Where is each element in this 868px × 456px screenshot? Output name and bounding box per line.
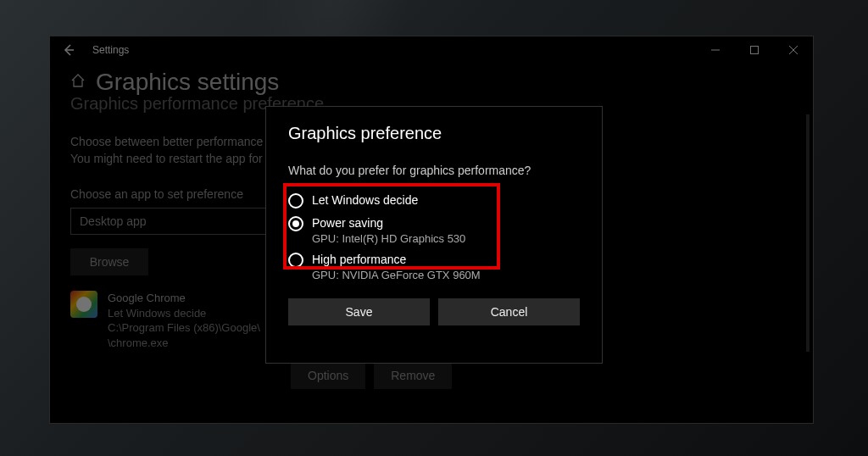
cancel-button[interactable]: Cancel (438, 298, 580, 325)
chrome-icon (70, 291, 97, 318)
radio-sublabel: GPU: NVIDIA GeForce GTX 960M (312, 269, 481, 281)
back-arrow-icon (62, 43, 75, 57)
radio-label: High performance (312, 252, 481, 267)
back-button[interactable] (50, 36, 87, 64)
app-pref: Let Windows decide (108, 306, 260, 321)
app-name: Google Chrome (108, 291, 260, 306)
options-button[interactable]: Options (291, 362, 365, 389)
svg-rect-0 (751, 47, 759, 54)
radio-power-saving[interactable]: Power saving GPU: Intel(R) HD Graphics 5… (288, 210, 580, 247)
minimize-icon (711, 46, 720, 54)
maximize-icon (750, 46, 759, 54)
radio-label: Let Windows decide (312, 192, 418, 208)
close-icon (789, 46, 798, 54)
scrollbar[interactable] (806, 114, 810, 352)
radio-sublabel: GPU: Intel(R) HD Graphics 530 (312, 232, 465, 245)
radio-group: Let Windows decide Power saving GPU: Int… (288, 187, 580, 283)
app-path2: \chrome.exe (108, 336, 260, 351)
radio-label: Power saving (312, 215, 465, 231)
maximize-button[interactable] (735, 36, 774, 64)
browse-button[interactable]: Browse (70, 248, 148, 275)
remove-button[interactable]: Remove (374, 362, 452, 389)
close-button[interactable] (774, 36, 813, 64)
page-title: Graphics settings (96, 69, 279, 96)
radio-icon (288, 216, 303, 231)
minimize-button[interactable] (696, 36, 735, 64)
graphics-preference-dialog: Graphics preference What do you prefer f… (265, 106, 603, 364)
home-icon[interactable] (70, 73, 86, 92)
window-title: Settings (87, 44, 129, 56)
dialog-title: Graphics preference (288, 124, 580, 143)
app-type-value: Desktop app (80, 214, 147, 228)
radio-icon (288, 253, 303, 268)
radio-let-windows-decide[interactable]: Let Windows decide (288, 187, 580, 210)
dialog-question: What do you prefer for graphics performa… (288, 164, 580, 177)
radio-icon (288, 193, 303, 209)
radio-high-performance[interactable]: High performance GPU: NVIDIA GeForce GTX… (288, 247, 580, 283)
app-path: C:\Program Files (x86)\Google\ (108, 320, 260, 336)
titlebar: Settings (50, 36, 813, 64)
save-button[interactable]: Save (288, 298, 430, 325)
